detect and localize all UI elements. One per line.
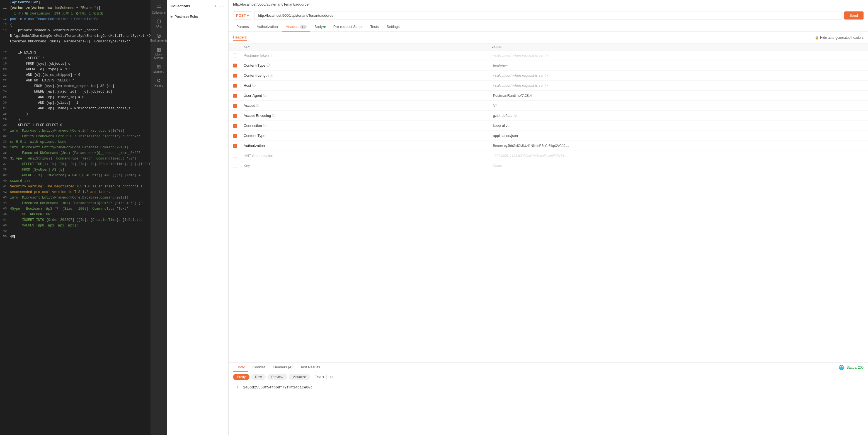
response-tabs-row: BodyCookiesHeaders (4)Test Results🌐Statu… [228, 363, 868, 372]
header-value: Value [491, 164, 864, 168]
line-number [0, 11, 9, 17]
line-content: info: Microsoft.EntityFrameworkCore.Data… [9, 145, 151, 151]
header-checkbox-9[interactable] [233, 144, 241, 148]
line-number: 31 [0, 128, 9, 134]
code-line: 22 AND NOT EXISTS (SELECT * [0, 78, 151, 84]
tab-headers[interactable]: Headers11 [282, 22, 310, 31]
text-format-select[interactable]: Text▾ [313, 374, 327, 380]
format-btn-pretty[interactable]: Pretty [233, 374, 249, 380]
info-icon[interactable]: ⓘ [263, 93, 267, 98]
monitors-label: Monitors [153, 70, 164, 74]
response-tab-body[interactable]: Body [233, 363, 248, 372]
filter-icon[interactable]: ⚙ [330, 375, 333, 379]
line-content: private readonly TenantDbContext _tenant [9, 28, 151, 33]
line-number: 28 [0, 112, 9, 117]
header-checkbox-1[interactable] [233, 64, 241, 67]
tab-pre-request[interactable]: Pre-request Script [330, 22, 366, 31]
code-line: 1 个引用|xuejiaming, 194 天前|1 名作者, 1 项更改 [0, 11, 151, 17]
response-line-number: 1 [233, 385, 239, 391]
line-number [0, 33, 9, 39]
add-collection-button[interactable]: + [214, 3, 217, 9]
more-options-button[interactable]: ⋯ [219, 3, 225, 9]
code-line: 47 INSERT INTO [Order_202207] ([Id], [Cr… [0, 218, 151, 223]
header-checkbox-4[interactable] [233, 94, 241, 97]
line-content: WHERE [o].[type] = 'U' [9, 67, 151, 72]
sidebar-item-history[interactable]: ↺ History [151, 76, 167, 90]
tab-settings[interactable]: Settings [383, 22, 403, 31]
header-checkbox-5[interactable] [233, 104, 241, 108]
line-number: 50 [0, 234, 9, 240]
tab-body[interactable]: Body [311, 22, 329, 31]
response-tab-test-results[interactable]: Test Results [297, 363, 323, 372]
line-number: 19 [0, 61, 9, 67]
code-line: 12public class TenantController : Contro… [0, 17, 151, 22]
header-checkbox-0[interactable] [233, 54, 241, 57]
send-button[interactable]: Send [844, 11, 864, 20]
header-checkbox-8[interactable] [233, 134, 241, 138]
line-number: 26 [0, 100, 9, 106]
main-content: http://localhost:5000/api/tenant/Tenant/… [228, 0, 868, 435]
info-icon[interactable]: ⓘ [270, 73, 273, 78]
header-row: AuthorizationBearer eyJhbGciOiJIUzI1NiIs… [228, 141, 868, 151]
header-checkbox-2[interactable] [233, 74, 241, 78]
line-number: 36 [0, 156, 9, 162]
request-panel: POST ▾ Send [228, 9, 868, 22]
line-content: IF EXISTS [9, 50, 151, 56]
method-select[interactable]: POST ▾ [233, 11, 252, 20]
format-btn-visualize[interactable]: Visualize [289, 374, 310, 380]
header-value: */* [491, 104, 864, 108]
line-number [0, 45, 9, 50]
line-content: INSERT INTO [Order_202207] ([Id], [Creat… [9, 218, 151, 223]
sidebar-item-mock-servers[interactable]: ▦ Mock Servers [151, 45, 167, 62]
tab-tests[interactable]: Tests [367, 22, 382, 31]
format-btn-raw[interactable]: Raw [251, 374, 266, 380]
sidebar-item-apis[interactable]: ⬡ APIs [151, 17, 167, 31]
header-value: PostmanRuntime/7.28.4 [491, 93, 864, 97]
sidebar-item-environments[interactable]: ◎ Environments [151, 31, 167, 45]
collection-item[interactable]: ▶ Postman Echo [167, 12, 228, 21]
response-tab-cookies[interactable]: Cookies [249, 363, 269, 372]
response-tab-headers[interactable]: Headers (4) [270, 363, 296, 372]
line-content: 31Type = AnsiString)], CommandType='Text… [9, 156, 151, 162]
header-key: Key [241, 164, 491, 168]
info-icon[interactable]: ⓘ [252, 83, 256, 88]
code-line: 49 [0, 229, 151, 234]
url-input[interactable] [254, 11, 841, 20]
info-icon[interactable]: ⓘ [263, 123, 267, 128]
code-line: 43info: Microsoft.EntityFrameworkCore.Da… [0, 195, 151, 201]
code-line: 21 AND [o].[is_ms_shipped] = 0 [0, 72, 151, 78]
code-line: 29 ) [0, 117, 151, 123]
header-row: Hostⓘ<calculated when request is sent> [228, 81, 868, 91]
line-number: 23 [0, 84, 9, 89]
header-checkbox-10[interactable] [233, 154, 241, 158]
hide-autogen-toggle[interactable]: 🔒 Hide auto-generated headers [815, 36, 864, 39]
line-number: 17 [0, 50, 9, 56]
environments-label: Environments [150, 39, 167, 42]
format-btn-preview[interactable]: Preview [267, 374, 287, 380]
header-checkbox-7[interactable] [233, 124, 241, 128]
header-value: <calculated when request is sent> [491, 83, 864, 88]
code-line: Executed DbCommand (10ms) [Parameters=[]… [0, 39, 151, 45]
line-content: secommended protocol version is TLS 1.2 … [9, 190, 151, 195]
info-icon[interactable]: ⓘ [256, 103, 259, 108]
line-content [9, 229, 151, 234]
header-checkbox-3[interactable] [233, 84, 241, 88]
sidebar-item-collections[interactable]: ☰ Collections [151, 3, 167, 17]
mock-servers-label: Mock Servers [152, 53, 166, 60]
header-key: Content-Typeⓘ [241, 63, 491, 68]
info-icon[interactable]: ⓘ [272, 113, 275, 118]
header-key: Content-Type [241, 134, 491, 138]
header-checkbox-6[interactable] [233, 114, 241, 118]
sidebar-item-monitors[interactable]: ⊞ Monitors [151, 62, 167, 76]
code-line: 42secommended protocol version is TLS 1.… [0, 190, 151, 195]
method-label: POST [236, 13, 246, 18]
code-line: 31info: Microsoft.EntityFrameworkCore.In… [0, 128, 151, 134]
headers-sub-tab[interactable]: Headers [233, 34, 247, 41]
header-checkbox-11[interactable] [233, 164, 241, 168]
info-icon[interactable]: ⓘ [267, 63, 270, 68]
tab-authorization[interactable]: Authorization [253, 22, 281, 31]
info-icon[interactable]: ⓘ [270, 53, 273, 58]
request-tabs: ParamsAuthorizationHeaders11BodyPre-requ… [228, 22, 868, 32]
line-number: 33 [0, 139, 9, 145]
tab-params[interactable]: Params [233, 22, 252, 31]
